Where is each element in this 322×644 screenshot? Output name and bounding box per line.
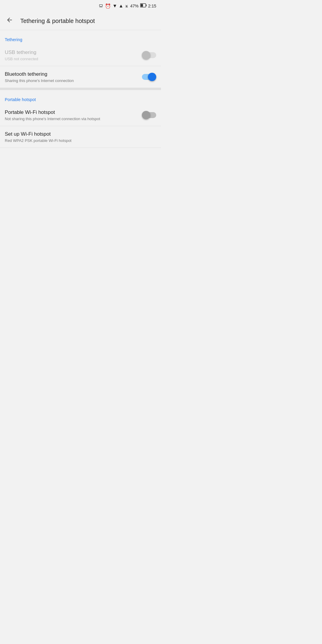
battery-percentage: 47% (130, 4, 139, 8)
page-title: Tethering & portable hotspot (20, 18, 95, 24)
usb-tethering-thumb (142, 51, 150, 59)
tethering-section-header: Tethering (0, 30, 161, 44)
bluetooth-tethering-title: Bluetooth tethering (5, 71, 137, 78)
status-time: 2:15 (148, 4, 156, 8)
bluetooth-tethering-text: Bluetooth tethering Sharing this phone's… (5, 71, 137, 83)
setup-wifi-hotspot-subtitle: Red WPA2 PSK portable Wi-Fi hotspot (5, 138, 156, 143)
portable-wifi-hotspot-text: Portable Wi-Fi hotspot Not sharing this … (5, 109, 137, 121)
alarm-icon: ⏰ (105, 3, 111, 9)
usb-tethering-toggle[interactable] (142, 51, 156, 59)
no-signal-icon: ▲✕ (125, 4, 129, 8)
bluetooth-tethering-row[interactable]: Bluetooth tethering Sharing this phone's… (0, 66, 161, 88)
setup-wifi-hotspot-title: Set up Wi-Fi hotspot (5, 131, 156, 137)
portable-hotspot-section-header: Portable hotspot (0, 90, 161, 104)
setup-wifi-hotspot-row[interactable]: Set up Wi-Fi hotspot Red WPA2 PSK portab… (0, 126, 161, 148)
signal-icon: ▲ (119, 3, 123, 9)
svg-rect-1 (146, 4, 146, 6)
portable-hotspot-section: Portable hotspot Portable Wi-Fi hotspot … (0, 90, 161, 148)
usb-tethering-subtitle: USB not connected (5, 57, 137, 61)
bluetooth-icon: ⯳ (99, 3, 103, 9)
portable-wifi-hotspot-subtitle: Not sharing this phone's Internet connec… (5, 117, 137, 121)
bluetooth-tethering-thumb (148, 73, 156, 81)
battery-icon (140, 3, 147, 9)
usb-tethering-text: USB tethering USB not connected (5, 49, 137, 61)
portable-wifi-hotspot-thumb (142, 111, 150, 119)
back-button[interactable] (5, 15, 14, 27)
status-bar: ⯳ ⏰ ▼ ▲ ▲✕ 47% 2:15 (0, 0, 161, 12)
portable-wifi-hotspot-row[interactable]: Portable Wi-Fi hotspot Not sharing this … (0, 104, 161, 126)
bluetooth-tethering-toggle[interactable] (142, 73, 156, 81)
portable-wifi-hotspot-title: Portable Wi-Fi hotspot (5, 109, 137, 116)
usb-tethering-title: USB tethering (5, 49, 137, 56)
portable-wifi-hotspot-toggle[interactable] (142, 111, 156, 119)
status-icons: ⯳ ⏰ ▼ ▲ ▲✕ 47% 2:15 (99, 3, 156, 9)
tethering-section: Tethering USB tethering USB not connecte… (0, 30, 161, 88)
svg-rect-2 (140, 4, 143, 7)
toolbar: Tethering & portable hotspot (0, 12, 161, 30)
bottom-divider (0, 148, 161, 148)
wifi-icon: ▼ (112, 3, 117, 9)
setup-wifi-hotspot-text: Set up Wi-Fi hotspot Red WPA2 PSK portab… (5, 131, 156, 143)
usb-tethering-row[interactable]: USB tethering USB not connected (0, 44, 161, 66)
bluetooth-tethering-subtitle: Sharing this phone's Internet connection (5, 78, 137, 83)
section-divider (0, 88, 161, 90)
